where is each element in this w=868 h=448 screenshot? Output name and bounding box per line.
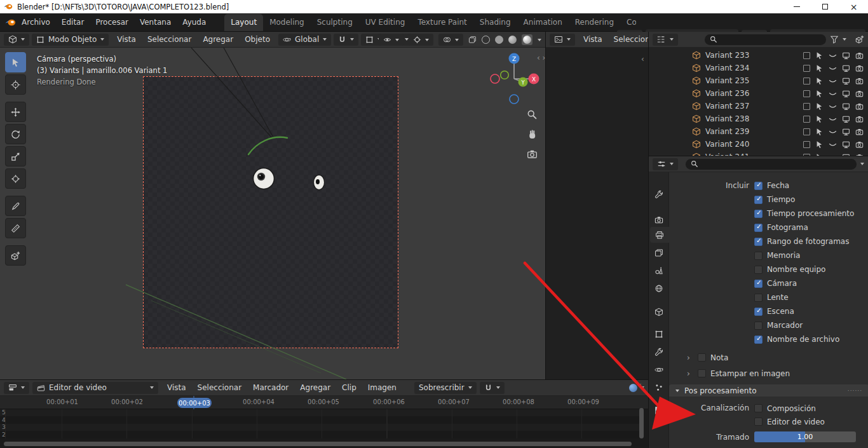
- viewport-visibility-icon[interactable]: [842, 64, 850, 72]
- hide-icon[interactable]: [829, 102, 837, 111]
- editor-type-button[interactable]: [653, 158, 678, 170]
- checkbox[interactable]: [754, 336, 763, 344]
- menu-item[interactable]: Archivo: [16, 13, 56, 31]
- workspace-tab[interactable]: Rendering: [569, 14, 620, 31]
- hide-icon[interactable]: [829, 77, 837, 85]
- menu-item[interactable]: Ventana: [134, 13, 177, 31]
- checkbox[interactable]: [754, 404, 763, 412]
- horizontal-scrollbar[interactable]: [4, 442, 632, 446]
- outliner-row[interactable]: Variant 239: [649, 125, 868, 138]
- vertical-scrollbar[interactable]: [639, 408, 644, 438]
- 3d-viewport[interactable]: Modo Objeto VistaSeleccionarAgregarObjet…: [0, 32, 545, 379]
- render-visibility-icon[interactable]: [855, 90, 864, 98]
- tab-modifiers[interactable]: [650, 344, 668, 360]
- viewport-visibility-icon[interactable]: [842, 115, 850, 123]
- menu-item[interactable]: Editar: [56, 13, 90, 31]
- menu-item[interactable]: Seleccionar: [192, 383, 247, 392]
- post-processing-panel-header[interactable]: Pos procesamiento: [669, 384, 868, 397]
- workspace-tab[interactable]: Modeling: [263, 14, 311, 31]
- workspace-tab[interactable]: Layout: [224, 14, 263, 31]
- select-box-tool[interactable]: [5, 52, 26, 72]
- shading-material-button[interactable]: [508, 36, 517, 44]
- tab-particles[interactable]: [650, 379, 668, 395]
- zoom-icon[interactable]: [527, 109, 538, 120]
- checkbox[interactable]: [754, 308, 763, 316]
- dither-slider[interactable]: 1.00: [754, 431, 856, 442]
- selectable-icon[interactable]: [815, 102, 824, 111]
- checkbox[interactable]: [698, 353, 706, 362]
- cursor-tool[interactable]: [5, 74, 26, 95]
- exclude-checkbox[interactable]: [803, 128, 810, 135]
- image-editor[interactable]: VistaSeleccionar: [545, 32, 648, 379]
- object-name[interactable]: Variant 240: [705, 140, 749, 149]
- outliner-display-mode[interactable]: [653, 34, 678, 46]
- current-frame-badge[interactable]: 00:00+03: [177, 398, 212, 408]
- menu-item[interactable]: Ayuda: [177, 13, 212, 31]
- editor-type-button[interactable]: [4, 382, 29, 394]
- minimize-button[interactable]: [782, 0, 811, 13]
- selectable-icon[interactable]: [815, 64, 824, 72]
- region-toggle-arrows[interactable]: ‹ ›: [537, 53, 545, 62]
- new-collection-icon[interactable]: [855, 35, 864, 44]
- sequencer-channels[interactable]: [0, 409, 642, 438]
- hide-icon[interactable]: [829, 51, 837, 60]
- outliner[interactable]: Variant 233 Variant 234: [648, 32, 868, 156]
- menu-item[interactable]: Seleccionar: [142, 35, 197, 44]
- selectable-icon[interactable]: [815, 128, 824, 136]
- viewport-visibility-icon[interactable]: [842, 102, 850, 111]
- object-name[interactable]: Variant 239: [705, 127, 749, 136]
- editor-type-button[interactable]: [4, 34, 29, 46]
- shading-solid-button[interactable]: [495, 36, 503, 44]
- viewport-visibility-icon[interactable]: [842, 90, 850, 98]
- tab-physics[interactable]: [650, 362, 668, 377]
- object-name[interactable]: Variant 234: [705, 64, 749, 72]
- workspace-tab[interactable]: Sculpting: [311, 14, 359, 31]
- xray-toggle-icon[interactable]: [468, 36, 477, 44]
- transform-tool[interactable]: [5, 168, 26, 189]
- snap-toggle[interactable]: [334, 34, 358, 46]
- scale-tool[interactable]: [5, 146, 26, 166]
- workspace-tab[interactable]: Shading: [473, 14, 517, 31]
- outliner-row[interactable]: Variant 241: [649, 151, 868, 156]
- camera-view-icon[interactable]: [527, 149, 538, 160]
- selectable-icon[interactable]: [815, 140, 824, 149]
- expand-icon[interactable]: ›: [687, 353, 693, 362]
- filter-icon[interactable]: [830, 35, 839, 44]
- viewport-visibility-icon[interactable]: [842, 128, 850, 136]
- pan-hand-icon[interactable]: [527, 129, 538, 140]
- checkbox[interactable]: [698, 369, 706, 377]
- navigation-gizmo[interactable]: Z X Y: [487, 51, 543, 109]
- menu-item[interactable]: Vista: [161, 383, 192, 392]
- selectable-icon[interactable]: [815, 77, 824, 85]
- rotate-tool[interactable]: [5, 124, 26, 144]
- exclude-checkbox[interactable]: [803, 116, 810, 123]
- checkbox[interactable]: [754, 224, 763, 232]
- tab-world[interactable]: [650, 280, 668, 296]
- checkbox[interactable]: [754, 252, 763, 260]
- video-sequencer[interactable]: Editor de video VistaSeleccionarMarcador…: [0, 379, 648, 448]
- outliner-search-input[interactable]: [721, 36, 821, 44]
- render-visibility-icon[interactable]: [855, 77, 864, 85]
- selectable-icon[interactable]: [815, 115, 824, 123]
- render-visibility-icon[interactable]: [855, 51, 864, 60]
- sequencer-view-type-dropdown[interactable]: Editor de video: [32, 382, 158, 394]
- render-visibility-icon[interactable]: [855, 102, 864, 111]
- subpanel-row[interactable]: › Estampar en imagen: [687, 365, 790, 381]
- outliner-row[interactable]: Variant 237: [649, 100, 868, 112]
- checkbox[interactable]: [754, 280, 763, 288]
- viewport-visibility-icon[interactable]: [842, 140, 850, 149]
- hide-icon[interactable]: [829, 64, 837, 72]
- exclude-checkbox[interactable]: [803, 78, 810, 85]
- object-name[interactable]: Variant 235: [705, 76, 749, 85]
- tab-texture[interactable]: [650, 402, 668, 418]
- region-toggle-arrow[interactable]: ‹: [641, 55, 644, 64]
- tab-collection[interactable]: [650, 304, 668, 320]
- hide-icon[interactable]: [829, 140, 837, 149]
- menu-item[interactable]: Agregar: [197, 35, 239, 44]
- workspace-tab[interactable]: Animation: [517, 14, 569, 31]
- workspace-tab[interactable]: Texture Paint: [411, 14, 473, 31]
- move-tool[interactable]: [5, 102, 26, 122]
- selectable-icon[interactable]: [815, 90, 824, 98]
- checkbox[interactable]: [754, 196, 763, 204]
- tab-output[interactable]: [650, 227, 669, 243]
